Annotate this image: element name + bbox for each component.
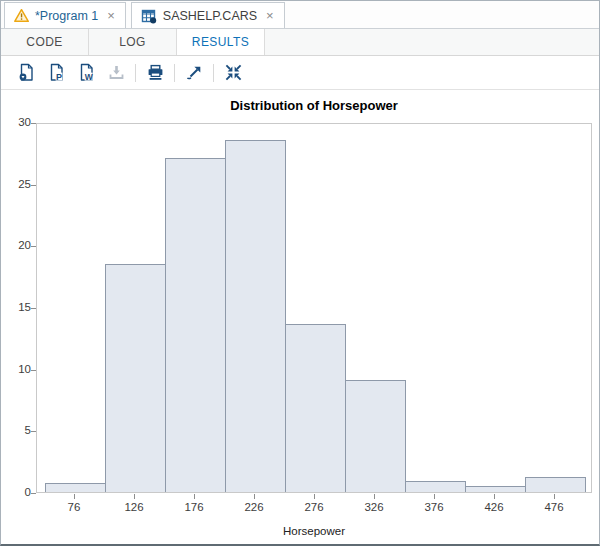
- tab-log[interactable]: LOG: [89, 29, 177, 55]
- y-tick-label: 10: [3, 363, 31, 375]
- svg-text:P: P: [55, 72, 61, 82]
- table-icon: [141, 8, 157, 24]
- histogram-bar: [45, 483, 106, 492]
- y-tick: [31, 308, 36, 309]
- tab-log-label: LOG: [119, 35, 146, 49]
- histogram-bar: [165, 158, 226, 492]
- open-new-window-icon[interactable]: [180, 60, 208, 86]
- x-tick-label: 176: [184, 501, 203, 513]
- y-tick-label: 15: [3, 301, 31, 313]
- x-tick-label: 426: [484, 501, 503, 513]
- histogram-bar: [105, 264, 166, 492]
- histogram-bar: [405, 481, 466, 492]
- y-tick: [31, 493, 36, 494]
- rtf-file-icon[interactable]: W: [72, 60, 100, 86]
- tab-results-label: RESULTS: [192, 35, 249, 49]
- x-tick-label: 476: [544, 501, 563, 513]
- x-axis-title: Horsepower: [36, 525, 592, 537]
- y-tick-label: 20: [3, 239, 31, 251]
- warning-icon: [14, 8, 29, 23]
- x-tick-label: 276: [304, 501, 323, 513]
- plot-area: [36, 123, 592, 493]
- html-file-icon[interactable]: [12, 60, 40, 86]
- document-tab-bar: *Program 1 × SASHELP.CARS ×: [1, 1, 599, 29]
- y-tick: [31, 246, 36, 247]
- results-chart: Distribution of Horsepower 0510152025307…: [1, 91, 599, 544]
- tab-results[interactable]: RESULTS: [177, 29, 265, 55]
- y-tick-label: 25: [3, 178, 31, 190]
- toolbar-separator: [135, 64, 136, 82]
- tab-code[interactable]: CODE: [1, 29, 89, 55]
- x-tick: [194, 494, 195, 499]
- toolbar-separator: [213, 64, 214, 82]
- x-tick-label: 376: [424, 501, 443, 513]
- x-tick: [74, 494, 75, 499]
- y-tick-label: 0: [3, 486, 31, 498]
- y-tick-label: 30: [3, 116, 31, 128]
- svg-text:W: W: [84, 72, 93, 82]
- print-icon[interactable]: [141, 60, 169, 86]
- x-tick-label: 126: [124, 501, 143, 513]
- sas-studio-window: *Program 1 × SASHELP.CARS × CODE LOG R: [0, 0, 600, 546]
- histogram-bar: [465, 486, 526, 492]
- maximize-toggle-icon[interactable]: [219, 60, 247, 86]
- tab-sashelp-cars-label: SASHELP.CARS: [163, 9, 257, 23]
- x-tick-label: 326: [364, 501, 383, 513]
- x-tick: [314, 494, 315, 499]
- histogram-bar: [345, 380, 406, 492]
- x-tick: [434, 494, 435, 499]
- x-tick-label: 76: [68, 501, 81, 513]
- view-tab-bar: CODE LOG RESULTS: [1, 29, 599, 56]
- y-tick: [31, 185, 36, 186]
- tab-sashelp-cars[interactable]: SASHELP.CARS ×: [131, 2, 285, 28]
- y-tick-label: 5: [3, 424, 31, 436]
- toolbar-separator: [174, 64, 175, 82]
- histogram-bar: [285, 324, 346, 492]
- x-tick-label: 226: [244, 501, 263, 513]
- y-tick: [31, 370, 36, 371]
- x-tick: [254, 494, 255, 499]
- chart-title: Distribution of Horsepower: [36, 98, 592, 113]
- close-icon[interactable]: ×: [106, 9, 116, 22]
- tab-program1[interactable]: *Program 1 ×: [4, 2, 126, 28]
- x-tick: [494, 494, 495, 499]
- pdf-file-icon[interactable]: P: [42, 60, 70, 86]
- y-tick: [31, 431, 36, 432]
- x-tick: [134, 494, 135, 499]
- close-icon[interactable]: ×: [265, 9, 275, 22]
- x-tick: [374, 494, 375, 499]
- download-icon: [102, 60, 130, 86]
- results-toolbar: P W: [1, 56, 599, 90]
- histogram-bar: [225, 140, 286, 492]
- tab-program1-label: *Program 1: [35, 9, 98, 23]
- x-tick: [554, 494, 555, 499]
- y-tick: [31, 123, 36, 124]
- histogram-bar: [525, 477, 586, 492]
- tab-code-label: CODE: [26, 35, 62, 49]
